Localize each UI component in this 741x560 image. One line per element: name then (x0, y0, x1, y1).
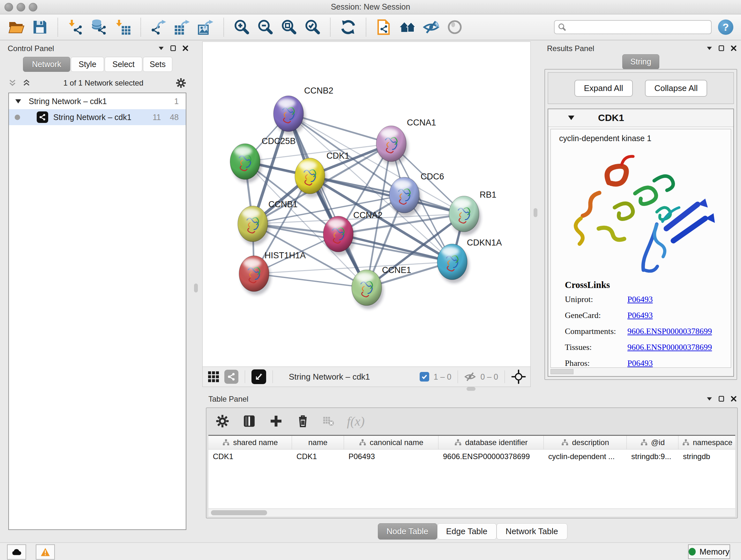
home-network-button[interactable] (399, 18, 416, 36)
cell-name: CDK1 (292, 452, 344, 461)
warnings-button[interactable] (36, 544, 55, 560)
export-table-button[interactable] (174, 18, 191, 36)
close-panel-icon[interactable] (730, 45, 737, 52)
tab-sets[interactable]: Sets (143, 57, 172, 72)
column-header[interactable]: canonical name (344, 436, 439, 449)
gene-section: CDK1 cyclin-dependent kinase 1 (548, 109, 734, 377)
show-columns-icon[interactable] (242, 414, 256, 428)
network-row-selected[interactable]: String Network – cdk1 11 48 (9, 109, 186, 125)
zoom-in-icon (233, 19, 250, 36)
tab-network-table[interactable]: Network Table (496, 523, 567, 540)
zoom-fit-button[interactable] (280, 18, 297, 36)
edge-count: 48 (170, 113, 179, 122)
table-horizontal-scrollbar[interactable] (208, 509, 735, 516)
maximize-panel-icon[interactable] (718, 45, 725, 52)
collapse-all-button[interactable]: Collapse All (645, 80, 708, 97)
refresh-button[interactable] (340, 18, 357, 36)
cell-description: cyclin-dependent ... (544, 452, 627, 461)
hide-panel-button[interactable] (422, 18, 440, 36)
compartments-link[interactable]: 9606.ENSP00000378699 (627, 327, 712, 336)
expand-all-button[interactable]: Expand All (575, 80, 633, 97)
function-builder-icon-disabled: f(x) (347, 414, 365, 429)
help-button[interactable]: ? (718, 19, 733, 35)
shared-column-icon (561, 439, 569, 446)
tissues-link[interactable]: 9606.ENSP00000378699 (627, 343, 712, 352)
search-input[interactable] (554, 20, 712, 34)
tab-style[interactable]: Style (71, 57, 104, 72)
zoom-selected-button[interactable] (304, 18, 321, 36)
section-collapse-arrow-icon[interactable] (568, 116, 575, 120)
tab-network[interactable]: Network (23, 57, 70, 72)
network-node[interactable]: CDC6 (389, 172, 444, 216)
network-selection-summary: 1 of 1 Network selected (31, 78, 176, 87)
collapse-all-icon[interactable] (8, 78, 17, 88)
float-panel-icon[interactable] (158, 45, 165, 52)
detach-view-button[interactable] (252, 369, 266, 384)
crosslinks-section: CrossLinks Uniprot:P06493 GeneCard:P0649… (551, 280, 731, 368)
network-type-badge-icon[interactable] (224, 370, 239, 384)
import-network-button[interactable] (67, 18, 84, 36)
network-collection-row[interactable]: String Network – cdk1 1 (9, 93, 186, 109)
create-column-plus-icon[interactable] (269, 414, 283, 428)
network-node[interactable]: CCNE1 (352, 265, 411, 309)
selected-checkbox-icon[interactable] (420, 372, 429, 381)
tab-edge-table[interactable]: Edge Table (437, 523, 496, 540)
memory-button[interactable]: Memory (688, 544, 730, 559)
float-panel-icon[interactable] (706, 45, 713, 52)
open-external-icon (254, 372, 263, 381)
table-row[interactable]: CDK1 CDK1 P06493 9606.ENSP00000378699 cy… (208, 449, 735, 463)
save-session-button[interactable] (31, 18, 49, 36)
expand-all-icon[interactable] (22, 78, 31, 88)
column-header[interactable]: name (292, 436, 344, 449)
export-network-button[interactable] (150, 18, 167, 36)
column-header[interactable]: namespace (678, 436, 735, 449)
vertical-splitter-handle[interactable] (194, 284, 198, 293)
column-header[interactable]: database identifier (439, 436, 544, 449)
column-header[interactable]: @id (627, 436, 678, 449)
table-toolbar: f(x) (206, 408, 737, 434)
show-panel-button[interactable] (446, 18, 463, 36)
network-node[interactable]: RB1 (449, 190, 496, 235)
network-edge[interactable] (254, 273, 367, 288)
scrollbar-thumb[interactable] (211, 510, 267, 515)
float-panel-icon[interactable] (706, 395, 713, 402)
genecard-link[interactable]: P06493 (627, 311, 653, 320)
horizontal-splitter-handle[interactable] (467, 387, 475, 391)
network-options-gear-icon[interactable] (176, 78, 186, 88)
import-table-button[interactable] (114, 18, 131, 36)
close-panel-icon[interactable] (730, 395, 737, 402)
column-header[interactable]: description (544, 436, 627, 449)
open-session-button[interactable] (8, 18, 25, 36)
pharos-link[interactable]: P06493 (627, 359, 653, 368)
uniprot-link[interactable]: P06493 (627, 295, 653, 304)
share-document-button[interactable] (375, 18, 393, 36)
tab-string[interactable]: String (622, 54, 659, 69)
results-panel-title: Results Panel (547, 44, 594, 53)
cloud-status-button[interactable] (7, 544, 26, 560)
node-table: shared name name canonical name database… (208, 435, 735, 508)
gene-section-header[interactable]: CDK1 (548, 109, 733, 127)
crosslink-label: Tissues: (565, 343, 627, 352)
export-image-button[interactable] (197, 18, 214, 36)
tab-node-table[interactable]: Node Table (378, 523, 437, 540)
zoom-in-button[interactable] (233, 18, 250, 36)
collection-expand-arrow-icon[interactable] (15, 99, 21, 104)
horizontal-scrollbar-thumb[interactable] (550, 369, 574, 374)
table-options-gear-icon[interactable] (215, 414, 229, 428)
network-label: String Network – cdk1 (53, 113, 152, 122)
hidden-items-eye-slash-icon (464, 371, 476, 382)
column-header[interactable]: shared name (208, 436, 292, 449)
delete-column-trash-icon[interactable] (296, 414, 310, 428)
zoom-out-button[interactable] (257, 18, 274, 36)
maximize-panel-icon[interactable] (718, 395, 725, 402)
birds-eye-view-icon[interactable] (511, 369, 526, 384)
maximize-panel-icon[interactable] (170, 45, 177, 52)
network-node[interactable]: CDKN1A (437, 238, 502, 283)
title-bar: Session: New Session (0, 0, 741, 14)
network-canvas[interactable]: CCNB2CCNA1CDC25BCDK1CDC6RB1CCNB1CCNA2CDK… (203, 42, 530, 367)
tab-select[interactable]: Select (105, 57, 142, 72)
vertical-splitter-handle[interactable] (534, 208, 537, 217)
grid-view-icon[interactable] (207, 370, 220, 383)
import-network-from-database-button[interactable] (91, 18, 108, 36)
close-panel-icon[interactable] (182, 45, 189, 52)
